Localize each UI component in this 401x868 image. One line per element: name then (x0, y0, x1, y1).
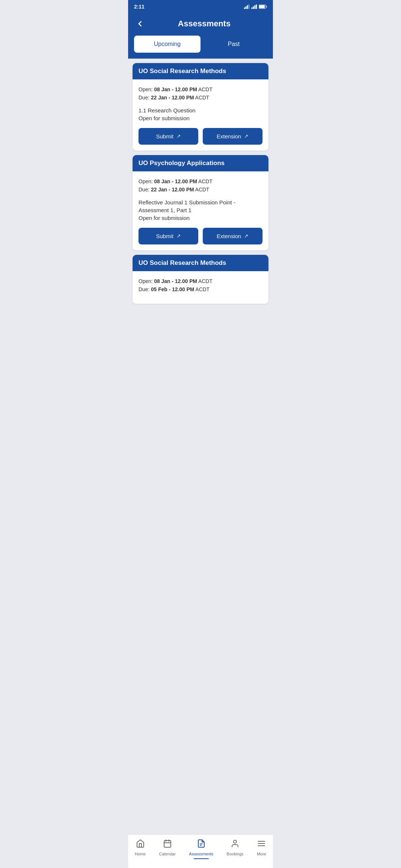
calendar-icon (163, 839, 172, 850)
submit-button-1[interactable]: Submit ↗ (138, 128, 198, 145)
tab-bar: Upcoming Past (128, 36, 273, 59)
external-icon-ext-2: ↗ (244, 233, 248, 239)
status-time: 2:11 (134, 4, 144, 10)
tab-upcoming[interactable]: Upcoming (134, 36, 200, 53)
status-icons (244, 4, 267, 9)
extension-button-1[interactable]: Extension ↗ (203, 128, 263, 145)
status-bar: 2:11 (128, 0, 273, 13)
submit-label-1: Submit (156, 133, 173, 139)
nav-more[interactable]: More (251, 838, 272, 861)
due-date-2: 22 Jan - 12.00 PM (151, 187, 194, 193)
date-info-3: Open: 08 Jan - 12.00 PM ACDT Due: 05 Feb… (138, 277, 263, 294)
nav-assessments-label: Assessments (189, 852, 213, 856)
extension-button-2[interactable]: Extension ↗ (203, 228, 263, 244)
open-tz-1: ACDT (198, 86, 212, 92)
course-title-2: UO Psychology Applications (138, 160, 225, 167)
nav-home[interactable]: Home (129, 838, 151, 861)
bookings-icon (231, 839, 239, 850)
external-icon-submit-2: ↗ (176, 233, 181, 239)
open-tz-2: ACDT (198, 178, 212, 184)
svg-rect-6 (254, 5, 255, 9)
card-header-2: UO Psychology Applications (133, 155, 268, 171)
svg-rect-10 (266, 6, 267, 8)
nav-more-label: More (257, 852, 266, 856)
nav-bookings-label: Bookings (227, 852, 244, 856)
assessments-icon (197, 839, 206, 850)
date-info-1: Open: 08 Jan - 12.00 PM ACDT Due: 22 Jan… (138, 85, 263, 102)
assessment-card-3: UO Social Research Methods Open: 08 Jan … (133, 255, 268, 304)
open-date-1: 08 Jan - 12.00 PM (154, 86, 197, 92)
card-actions-1: Submit ↗ Extension ↗ (138, 128, 263, 145)
date-info-2: Open: 08 Jan - 12.00 PM ACDT Due: 22 Jan… (138, 177, 263, 194)
back-button[interactable] (134, 18, 146, 30)
content-area: UO Social Research Methods Open: 08 Jan … (128, 59, 273, 341)
external-icon-ext-1: ↗ (244, 133, 248, 139)
nav-bookings[interactable]: Bookings (221, 838, 250, 861)
card-body-3: Open: 08 Jan - 12.00 PM ACDT Due: 05 Feb… (133, 271, 268, 304)
extension-label-2: Extension (217, 233, 241, 239)
nav-assessments[interactable]: Assessments (183, 838, 219, 861)
external-icon-submit-1: ↗ (176, 133, 181, 139)
svg-point-17 (234, 840, 237, 843)
more-icon (257, 839, 266, 850)
due-date-3: 05 Feb - 12.00 PM (151, 286, 194, 292)
card-actions-2: Submit ↗ Extension ↗ (138, 228, 263, 244)
course-title-3: UO Social Research Methods (138, 259, 226, 266)
submit-button-2[interactable]: Submit ↗ (138, 228, 198, 244)
open-date-3: 08 Jan - 12.00 PM (154, 278, 197, 284)
back-arrow-icon (136, 19, 144, 28)
svg-rect-1 (245, 6, 247, 9)
open-date-2: 08 Jan - 12.00 PM (154, 178, 197, 184)
svg-rect-7 (256, 4, 257, 9)
card-body-1: Open: 08 Jan - 12.00 PM ACDT Due: 22 Jan… (133, 79, 268, 151)
card-header-3: UO Social Research Methods (133, 255, 268, 271)
nav-calendar-label: Calendar (159, 852, 176, 856)
svg-rect-5 (253, 6, 254, 9)
nav-home-label: Home (135, 852, 146, 856)
course-title-1: UO Social Research Methods (138, 68, 226, 75)
svg-rect-0 (244, 7, 245, 9)
svg-rect-2 (247, 5, 248, 9)
assessment-name-2: Reflective Journal 1 Submission Point - … (138, 198, 263, 222)
card-body-2: Open: 08 Jan - 12.00 PM ACDT Due: 22 Jan… (133, 171, 268, 250)
card-header-1: UO Social Research Methods (133, 63, 268, 79)
svg-rect-9 (259, 5, 265, 8)
signal-icon (244, 4, 250, 9)
page-title: Assessments (152, 19, 257, 29)
due-date-1: 22 Jan - 12.00 PM (151, 95, 194, 101)
svg-rect-4 (251, 7, 252, 9)
battery-icon (259, 4, 267, 9)
nav-active-indicator (194, 858, 209, 859)
due-tz-3: ACDT (195, 286, 209, 292)
due-tz-1: ACDT (195, 95, 209, 101)
extension-label-1: Extension (217, 133, 241, 139)
bottom-nav: Home Calendar Assessments (128, 834, 273, 868)
nav-calendar[interactable]: Calendar (153, 838, 182, 861)
tab-past[interactable]: Past (200, 36, 267, 53)
svg-rect-11 (164, 841, 171, 847)
open-tz-3: ACDT (198, 278, 212, 284)
home-icon (136, 839, 145, 850)
assessment-card-2: UO Psychology Applications Open: 08 Jan … (133, 155, 268, 250)
signal-icon2 (251, 4, 257, 9)
svg-rect-3 (248, 4, 250, 9)
submit-label-2: Submit (156, 233, 173, 239)
assessment-card-1: UO Social Research Methods Open: 08 Jan … (133, 63, 268, 151)
app-header: Assessments (128, 13, 273, 36)
assessment-name-1: 1.1 Research QuestionOpen for submission (138, 106, 263, 122)
due-tz-2: ACDT (195, 187, 209, 193)
